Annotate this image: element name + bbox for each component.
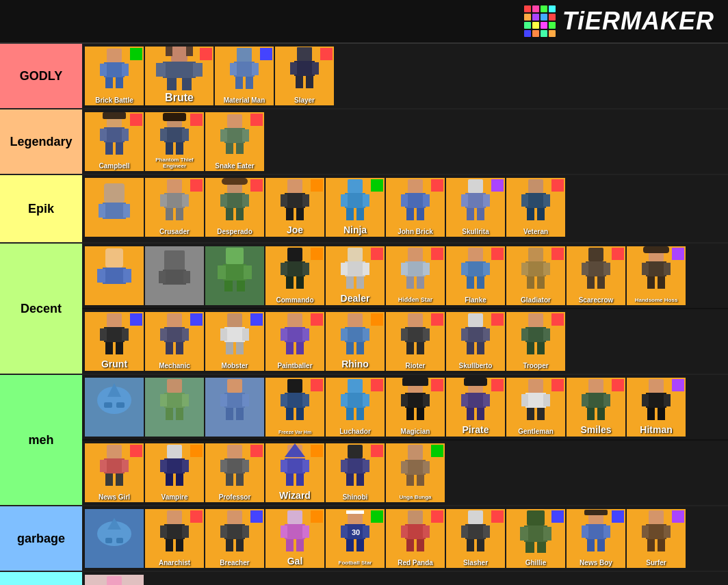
- item-phantom-thief[interactable]: Phantom Thief Engineer: [145, 112, 204, 171]
- item-trooper[interactable]: Trooper: [506, 312, 565, 371]
- item-skullrita[interactable]: Skullrita: [446, 178, 505, 237]
- item-label-unga-bunga: Unga Bunga: [386, 493, 445, 502]
- item-mechanic[interactable]: Mechanic: [145, 312, 204, 371]
- item-anarchist[interactable]: Anarchist: [145, 509, 204, 568]
- tier-row-epik: Epik Crusader Desperado Joe: [0, 175, 728, 244]
- item-freeze-var-hm[interactable]: Freeze Var Hm: [265, 378, 324, 437]
- item-garbage-shark[interactable]: [85, 509, 144, 568]
- item-decent-green[interactable]: [205, 246, 264, 305]
- item-veteran[interactable]: Veteran: [506, 178, 565, 237]
- svg-rect-49: [123, 204, 130, 218]
- item-dealer[interactable]: Dealer: [326, 246, 385, 305]
- item-desperado[interactable]: Desperado: [205, 178, 264, 237]
- item-material-man[interactable]: Material Man: [215, 47, 274, 105]
- item-whydoes-char[interactable]: [85, 575, 144, 585]
- item-gal[interactable]: Gal: [265, 509, 324, 568]
- item-decent-stone[interactable]: [145, 246, 204, 305]
- item-slayer[interactable]: Slayer: [275, 47, 334, 105]
- item-news-boy[interactable]: News Boy: [567, 509, 625, 568]
- svg-rect-188: [461, 328, 468, 341]
- item-meh-archer[interactable]: [145, 378, 204, 437]
- item-handsome-hoss[interactable]: Handsome Hoss: [627, 246, 686, 305]
- item-gentleman[interactable]: Gentleman: [506, 378, 565, 437]
- svg-rect-8: [186, 47, 193, 56]
- item-flanke[interactable]: Flanke: [446, 246, 505, 305]
- item-shinobi[interactable]: Shinobi: [326, 443, 385, 502]
- item-label-paintballer: Paintballer: [265, 361, 324, 371]
- item-slasher[interactable]: Slasher: [446, 509, 505, 568]
- item-label-brute: Brute: [145, 90, 213, 105]
- tier-label-godly: GODLY: [0, 44, 82, 108]
- item-rioter[interactable]: Rioter: [386, 312, 445, 371]
- item-rhino[interactable]: Rhino: [326, 312, 385, 371]
- item-paintballer[interactable]: Paintballer: [265, 312, 324, 371]
- item-mobster[interactable]: Mobster: [205, 312, 264, 371]
- item-label-football-star: Football Star: [326, 559, 385, 568]
- item-luchador[interactable]: Luchador: [326, 378, 385, 437]
- svg-rect-263: [116, 473, 123, 486]
- item-brick-battle[interactable]: Brick Battle: [85, 47, 144, 105]
- item-ghillie[interactable]: Ghillie: [506, 509, 565, 568]
- item-snake-eater[interactable]: Snake Eater: [205, 112, 264, 171]
- svg-rect-16: [230, 63, 237, 75]
- svg-rect-316: [296, 539, 304, 551]
- svg-rect-85: [467, 208, 474, 220]
- svg-rect-107: [287, 248, 302, 261]
- item-vampire[interactable]: Vampire: [145, 443, 204, 502]
- item-football-star[interactable]: 30 Football Star: [326, 509, 385, 568]
- item-gladiator[interactable]: Gladiator: [506, 246, 565, 305]
- corner-paintballer: [311, 313, 323, 326]
- item-joe[interactable]: Joe: [265, 178, 324, 237]
- svg-rect-300: [164, 524, 185, 539]
- svg-rect-260: [100, 460, 107, 472]
- item-magician[interactable]: Magician: [386, 378, 445, 437]
- item-hitman[interactable]: Hitman: [627, 378, 686, 437]
- svg-rect-13: [182, 78, 192, 90]
- tier-label-whydoes: WHY DOES DIS EXIS T?!?!?!?: [0, 572, 82, 585]
- corner-professor: [250, 445, 263, 457]
- corner-vampire: [190, 445, 203, 457]
- item-scarecrow[interactable]: Scarecrow: [567, 246, 625, 305]
- item-crusader[interactable]: Crusader: [145, 178, 204, 237]
- item-red-panda[interactable]: Red Panda: [386, 509, 445, 568]
- corner-gladiator: [551, 248, 564, 260]
- item-wizard[interactable]: Wizard: [265, 443, 324, 502]
- svg-rect-183: [423, 328, 430, 341]
- svg-rect-128: [483, 263, 490, 275]
- item-campbell[interactable]: Campbell: [85, 112, 144, 171]
- svg-rect-163: [224, 327, 245, 342]
- svg-rect-261: [122, 460, 129, 472]
- svg-rect-337: [527, 510, 545, 525]
- svg-rect-139: [582, 263, 588, 275]
- svg-rect-353: [664, 525, 671, 538]
- svg-rect-223: [363, 394, 369, 406]
- item-breacher[interactable]: Breacher: [205, 509, 264, 568]
- corner-scarecrow: [612, 248, 624, 260]
- item-commando[interactable]: Commando: [265, 246, 324, 305]
- svg-rect-82: [465, 193, 486, 208]
- item-unga-bunga[interactable]: Unga Bunga: [386, 443, 445, 502]
- item-news-girl[interactable]: News Girl: [85, 443, 144, 502]
- item-meh-blue[interactable]: [205, 378, 264, 437]
- svg-rect-105: [224, 281, 233, 291]
- item-label-mechanic: Mechanic: [145, 361, 204, 371]
- item-skullberto[interactable]: Skullberto: [446, 312, 505, 371]
- item-ninja[interactable]: Ninja: [326, 178, 385, 237]
- svg-rect-271: [224, 458, 245, 473]
- tier-label-garbage: garbage: [0, 506, 82, 571]
- item-epik-1[interactable]: [85, 178, 144, 237]
- item-john-brick[interactable]: John Brick: [386, 178, 445, 237]
- item-meh-shark[interactable]: [85, 378, 144, 437]
- item-hidden-star[interactable]: Hidden Star: [386, 246, 445, 305]
- item-professor[interactable]: Professor: [205, 443, 264, 502]
- svg-rect-284: [345, 458, 365, 473]
- svg-rect-182: [401, 328, 408, 341]
- item-pirate[interactable]: Pirate: [446, 378, 505, 437]
- item-surfer[interactable]: Surfer: [627, 509, 686, 568]
- corner-luchador: [371, 379, 383, 391]
- item-brute[interactable]: Brute: [145, 47, 213, 105]
- item-smiles[interactable]: Smiles: [567, 378, 625, 437]
- item-grunt[interactable]: Grunt: [85, 312, 144, 371]
- svg-rect-34: [163, 113, 186, 121]
- item-decent-char1[interactable]: [85, 246, 144, 305]
